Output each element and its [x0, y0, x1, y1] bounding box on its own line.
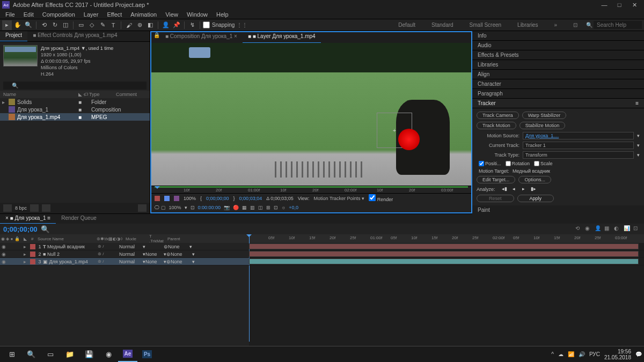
track-type-dropdown[interactable]: Transform [523, 151, 634, 159]
workspace-small[interactable]: Small Screen [462, 22, 509, 28]
workspace-libraries[interactable]: Libraries [510, 22, 545, 28]
options-button[interactable]: Options... [518, 176, 551, 183]
workspace-default[interactable]: Default [391, 22, 423, 28]
track-motion-button[interactable]: Track Motion [477, 122, 516, 129]
channel-icon[interactable]: 🔴 [233, 205, 239, 210]
zoom-tool[interactable]: 🔍 [24, 20, 33, 30]
layer-bar-2[interactable] [249, 250, 644, 258]
in-point-icon[interactable] [155, 196, 160, 201]
current-track-dropdown[interactable]: Tracker 1 [523, 142, 634, 149]
analyze-forward-one-icon[interactable]: ▮▸ [530, 186, 537, 193]
tab-project[interactable]: Project [0, 31, 27, 41]
edit-target-button[interactable]: Edit Target... [477, 176, 515, 183]
tab-composition-viewer[interactable]: ■ Composition Для урока_1 × [160, 32, 243, 43]
language-indicator[interactable]: РУС [589, 351, 600, 357]
position-checkbox[interactable]: Positi... [479, 161, 501, 166]
selection-tool[interactable]: ▸ [2, 20, 12, 30]
tab-render-queue[interactable]: Render Queue [56, 214, 102, 224]
transparency-icon[interactable]: ⊡ [274, 205, 278, 210]
panel-paragraph[interactable]: Paragraph [472, 89, 644, 99]
workspace-standard[interactable]: Standard [424, 22, 461, 28]
analyze-backward-icon[interactable]: ◂ [510, 186, 518, 193]
layer-row-3[interactable]: ◉ ▸3 ▣ Для урока_1.mp4 ⊛ / Normal▾ None▾… [0, 258, 249, 265]
timeline-search[interactable] [41, 225, 57, 233]
start-button[interactable]: ⊞ [2, 347, 21, 362]
guides-icon[interactable]: ▥ [250, 205, 255, 210]
zoom-dropdown[interactable]: 100% [169, 205, 181, 210]
panel-tracker[interactable]: Tracker≡ [472, 99, 644, 108]
local-axis-icon[interactable]: ↯ [187, 20, 197, 30]
pen-tool[interactable]: ✎ [98, 20, 107, 30]
after-effects-taskbar-icon[interactable]: Ae [118, 347, 137, 362]
region-icon[interactable]: ⊞ [266, 205, 270, 210]
resolution-icon[interactable]: ⊡ [191, 205, 195, 210]
exposure-icon[interactable]: ☼ [281, 205, 286, 210]
shape-tool[interactable]: ◇ [87, 20, 97, 30]
in-timecode[interactable]: 0;00;00;00 [206, 196, 229, 201]
workspace-reset-icon[interactable]: ⊡ [566, 22, 585, 28]
tab-effect-controls[interactable]: ■ Effect Controls Для урока_1.mp4 [27, 31, 122, 41]
out-timecode[interactable]: 0;00;03;04 [239, 196, 262, 201]
timeline-timecode[interactable]: 0;00;00;00 [3, 225, 38, 233]
lock-icon[interactable]: 🔒 [153, 32, 160, 43]
brush-tool[interactable]: 🖌 [124, 20, 134, 30]
maximize-button[interactable]: □ [612, 0, 627, 10]
draft3d-icon[interactable]: ◉ [585, 225, 592, 233]
delete-icon[interactable] [138, 204, 147, 212]
visibility-icon[interactable]: ◉ [0, 244, 8, 249]
project-item-footage[interactable]: Для урока_1.mp4 ■ MPEG [0, 113, 150, 121]
menu-effect[interactable]: Effect [103, 11, 126, 18]
layer-row-1[interactable]: ◉ ▸1 T Медный всадник ⊛ / Normal▾ ⊚None▾ [0, 243, 249, 250]
track-camera-button[interactable]: Track Camera [477, 112, 519, 119]
layer-time-ruler[interactable]: 10f 20f 01:00f 10f 20f 02:00f 10f 20f 03… [151, 186, 471, 193]
puppet-tool[interactable]: 📌 [172, 20, 181, 30]
playhead-icon[interactable] [155, 186, 160, 194]
rotate-tool[interactable]: ↻ [50, 20, 60, 30]
apply-button[interactable]: Apply [517, 195, 554, 202]
panel-effects[interactable]: Effects & Presets [472, 50, 644, 60]
timeline-ruler[interactable]: 05f 10f 15f 20f 25f 01:00f 05f 10f 15f 2… [249, 234, 644, 243]
brainstorm-icon[interactable]: ⊡ [633, 225, 641, 233]
new-folder-icon[interactable] [30, 204, 39, 212]
onedrive-icon[interactable]: ☁ [558, 351, 564, 357]
anchor-tool[interactable]: ▭ [76, 20, 86, 30]
save-icon[interactable]: 💾 [79, 347, 99, 362]
new-comp-icon[interactable] [42, 204, 50, 212]
notifications-icon[interactable]: 💬 [635, 351, 642, 357]
eraser-tool[interactable]: ◧ [145, 20, 155, 30]
comp-mini-flowchart-icon[interactable]: ⟲ [575, 225, 583, 233]
panel-audio[interactable]: Audio [472, 41, 644, 50]
stabilize-motion-button[interactable]: Stabilize Motion [519, 122, 566, 129]
menu-layer[interactable]: Layer [79, 11, 103, 18]
panel-character[interactable]: Character [472, 79, 644, 89]
interpret-footage-icon[interactable] [3, 204, 12, 212]
menu-file[interactable]: File [1, 11, 19, 18]
workspace-more-icon[interactable]: » [546, 22, 565, 28]
grid-icon[interactable]: ▦ [242, 205, 247, 210]
project-item-solids[interactable]: ▸ Solids ■ Folder [0, 98, 150, 106]
render-checkbox[interactable]: Render [369, 194, 393, 202]
snapshot-icon[interactable]: 📷 [224, 205, 230, 210]
duration-icon[interactable] [174, 196, 179, 201]
exposure-value[interactable]: +0,0 [289, 205, 298, 210]
search-icon[interactable]: 🔍 [21, 347, 41, 362]
motion-source-dropdown[interactable]: Для урока_1.... [523, 132, 634, 139]
chrome-icon[interactable]: ◉ [99, 347, 118, 362]
camera-tool[interactable]: ◫ [61, 20, 70, 30]
visibility-icon[interactable]: ◉ [0, 252, 8, 257]
frame-blend-icon[interactable]: ▦ [604, 225, 612, 233]
panel-info[interactable]: Info [472, 31, 644, 41]
photoshop-taskbar-icon[interactable]: Ps [137, 347, 157, 362]
minimize-button[interactable]: — [597, 0, 612, 10]
analyze-forward-icon[interactable]: ▸ [520, 186, 528, 193]
clone-tool[interactable]: ⊛ [135, 20, 144, 30]
current-time[interactable]: 0:00:00:00 [198, 205, 221, 210]
shy-icon[interactable]: 👤 [595, 225, 602, 233]
viewer[interactable] [151, 43, 471, 186]
mask-icon[interactable]: ◫ [258, 205, 263, 210]
graph-editor-icon[interactable]: 📊 [624, 225, 631, 233]
hand-tool[interactable]: ✋ [13, 20, 23, 30]
search-help-input[interactable] [594, 21, 642, 29]
text-tool[interactable]: T [108, 20, 118, 30]
panel-align[interactable]: Align [472, 70, 644, 79]
